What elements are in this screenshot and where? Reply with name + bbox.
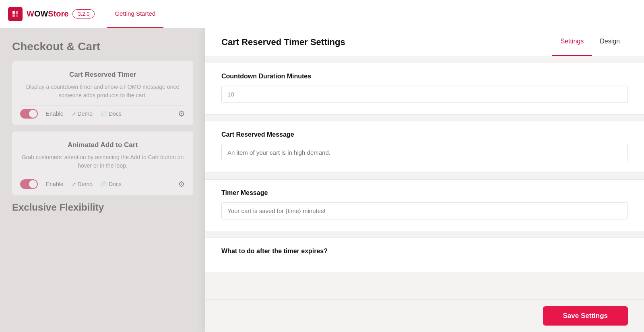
toggle-label-cart-timer: Enable: [46, 111, 64, 117]
nav-getting-started[interactable]: Getting Started: [107, 0, 163, 28]
toggle-animated-cart[interactable]: [20, 179, 38, 189]
section-timer-expires: What to do after the timer expires?: [205, 238, 644, 272]
docs-link-cart-timer[interactable]: 📄 Docs: [101, 111, 122, 117]
tab-design[interactable]: Design: [592, 28, 628, 56]
panel-footer: Save Settings: [205, 299, 644, 332]
logo-area: WOWStore 3.2.0: [8, 7, 95, 21]
toggle-cart-timer[interactable]: [20, 109, 38, 119]
panel-header: Cart Reserved Timer Settings Settings De…: [205, 28, 644, 56]
card-title-animated-cart: Animated Add to Cart: [20, 141, 185, 149]
demo-icon-2: ↗: [72, 181, 76, 187]
right-panel: Cart Reserved Timer Settings Settings De…: [205, 28, 644, 332]
input-countdown-duration[interactable]: [221, 86, 628, 103]
tab-settings[interactable]: Settings: [552, 28, 592, 56]
version-badge: 3.2.0: [72, 9, 95, 18]
section-cart-message: Cart Reserved Message: [205, 121, 644, 173]
panel-content: Countdown Duration Minutes Cart Reserved…: [205, 56, 644, 299]
demo-icon: ↗: [72, 111, 76, 117]
card-title-cart-timer: Cart Reserved Timer: [20, 71, 185, 79]
input-timer-message[interactable]: [221, 202, 628, 219]
docs-icon: 📄: [101, 111, 107, 117]
section-label-countdown: Countdown Duration Minutes: [221, 73, 628, 80]
logo-text: WOWStore: [27, 9, 68, 18]
card-desc-cart-timer: Display a countdown timer and show a FOM…: [20, 83, 185, 100]
toggle-label-animated-cart: Enable: [46, 181, 64, 187]
demo-link-animated-cart[interactable]: ↗ Demo: [72, 181, 93, 187]
logo-icon: [8, 7, 23, 21]
left-panel: Checkout & Cart Cart Reserved Timer Disp…: [0, 28, 205, 332]
section-label-cart-message: Cart Reserved Message: [221, 131, 628, 138]
main-layout: Checkout & Cart Cart Reserved Timer Disp…: [0, 28, 644, 332]
docs-icon-2: 📄: [101, 181, 107, 187]
feature-card-animated-cart: Animated Add to Cart Grab customers' att…: [12, 131, 193, 195]
page-title: Checkout & Cart: [12, 40, 193, 53]
card-actions-animated-cart: Enable ↗ Demo 📄 Docs ⚙: [20, 176, 185, 189]
section-timer-message: Timer Message: [205, 179, 644, 231]
feature-card-cart-timer: Cart Reserved Timer Display a countdown …: [12, 61, 193, 125]
input-cart-message[interactable]: [221, 144, 628, 161]
docs-link-animated-cart[interactable]: 📄 Docs: [101, 181, 122, 187]
demo-link-cart-timer[interactable]: ↗ Demo: [72, 111, 93, 117]
section-label-timer-expires: What to do after the timer expires?: [221, 248, 628, 255]
section-label-timer-message: Timer Message: [221, 189, 628, 197]
panel-title: Cart Reserved Timer Settings: [221, 37, 552, 47]
panel-tabs: Settings Design: [552, 28, 628, 56]
section-countdown-duration: Countdown Duration Minutes: [205, 63, 644, 115]
gear-button-animated-cart[interactable]: ⚙: [178, 179, 185, 189]
gear-button-cart-timer[interactable]: ⚙: [178, 109, 185, 119]
save-settings-button[interactable]: Save Settings: [543, 306, 628, 326]
app-header: WOWStore 3.2.0 Getting Started: [0, 0, 644, 28]
exclusive-title: Exclusive Flexibility: [12, 202, 193, 213]
card-actions-cart-timer: Enable ↗ Demo 📄 Docs ⚙: [20, 105, 185, 119]
card-desc-animated-cart: Grab customers' attention by animating t…: [20, 153, 185, 170]
